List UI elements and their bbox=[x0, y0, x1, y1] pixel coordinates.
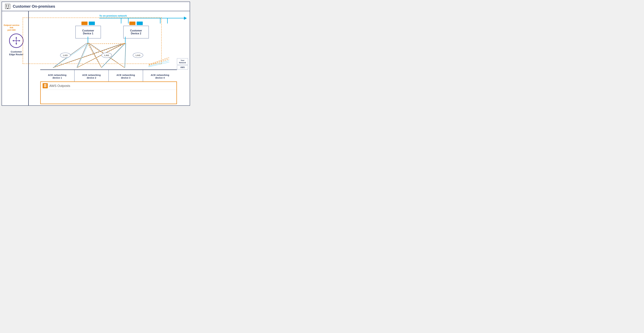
svg-line-17 bbox=[77, 43, 88, 68]
svg-marker-10 bbox=[12, 40, 14, 42]
page-title: Customer On-premises bbox=[13, 4, 55, 8]
svg-line-40 bbox=[149, 59, 169, 65]
svg-line-29 bbox=[125, 43, 126, 68]
router-label: Customer Edge Router bbox=[5, 50, 28, 56]
svg-rect-5 bbox=[7, 8, 8, 9]
onprem-line bbox=[99, 18, 186, 18]
building-icon bbox=[4, 3, 11, 10]
outposts-title: AWS Outposts bbox=[49, 84, 70, 88]
svg-rect-52 bbox=[44, 86, 46, 87]
svg-rect-50 bbox=[44, 84, 46, 85]
svg-point-43 bbox=[60, 53, 70, 58]
svg-line-18 bbox=[88, 43, 102, 68]
svg-line-21 bbox=[89, 43, 124, 68]
aws-label: AWS bbox=[177, 65, 188, 70]
onprem-arrowhead bbox=[184, 16, 187, 20]
onprem-arrow: To on-premises network bbox=[86, 14, 186, 21]
svg-line-23 bbox=[53, 43, 124, 68]
header-bar: Customer On-premises bbox=[2, 2, 190, 11]
svg-line-36 bbox=[78, 44, 88, 68]
svg-marker-9 bbox=[16, 43, 17, 45]
svg-rect-51 bbox=[44, 85, 46, 86]
svg-line-25 bbox=[77, 43, 125, 68]
device2-port-blue bbox=[137, 22, 143, 25]
svg-line-26 bbox=[102, 43, 125, 68]
svg-point-47 bbox=[133, 53, 143, 58]
device1-ports bbox=[82, 22, 95, 25]
service-link-label: Outpost service link port 443 bbox=[4, 24, 20, 31]
svg-point-45 bbox=[102, 53, 112, 58]
right-panel: To on-premises network Cus bbox=[31, 13, 190, 106]
svg-rect-2 bbox=[8, 5, 9, 6]
your-network-label: Your Network bbox=[177, 58, 188, 65]
svg-text:LAG: LAG bbox=[104, 54, 109, 56]
ace-device-2: ACE networking device 2 bbox=[74, 70, 109, 83]
customer-device-2: Customer Device 2 bbox=[123, 22, 149, 38]
device2-box: Customer Device 2 bbox=[123, 26, 149, 38]
svg-line-34 bbox=[77, 43, 125, 68]
svg-line-39 bbox=[149, 58, 169, 64]
outposts-section: AWS Outposts bbox=[40, 82, 177, 104]
svg-text:LAG: LAG bbox=[136, 54, 140, 56]
svg-line-37 bbox=[102, 44, 125, 68]
outposts-header: AWS Outposts bbox=[41, 82, 176, 90]
svg-line-15 bbox=[53, 43, 87, 68]
svg-line-20 bbox=[89, 43, 124, 68]
ace-device-1: ACE networking device 1 bbox=[40, 70, 74, 83]
svg-line-19 bbox=[88, 43, 102, 68]
svg-rect-3 bbox=[6, 6, 7, 7]
ace-device-3: ACE networking device 3 bbox=[109, 70, 143, 83]
device2-ports bbox=[129, 22, 143, 25]
main-content: Outpost service link port 443 Customer E… bbox=[2, 11, 190, 106]
ace-device-4: ACE networking device 4 bbox=[143, 70, 177, 83]
svg-text:LAG: LAG bbox=[63, 54, 68, 56]
device1-port-blue bbox=[89, 22, 95, 25]
svg-line-31 bbox=[88, 43, 102, 68]
svg-line-33 bbox=[53, 43, 124, 68]
outposts-icon bbox=[43, 83, 48, 88]
svg-line-38 bbox=[125, 44, 126, 68]
onprem-label: To on-premises network bbox=[99, 14, 127, 17]
svg-line-35 bbox=[53, 44, 88, 68]
device1-port-orange bbox=[82, 22, 88, 25]
svg-line-24 bbox=[77, 43, 125, 68]
right-labels: Your Network AWS bbox=[177, 58, 188, 70]
router-icon bbox=[9, 34, 24, 48]
svg-line-28 bbox=[125, 43, 126, 68]
svg-line-22 bbox=[53, 43, 124, 68]
svg-line-27 bbox=[102, 43, 125, 68]
svg-line-41 bbox=[149, 61, 169, 66]
svg-marker-8 bbox=[16, 37, 17, 38]
svg-line-42 bbox=[149, 62, 169, 67]
svg-marker-11 bbox=[19, 40, 20, 42]
svg-line-32 bbox=[88, 43, 124, 68]
customer-devices-row: Customer Device 1 Customer Device 2 bbox=[75, 22, 149, 38]
svg-rect-1 bbox=[6, 5, 7, 6]
svg-line-14 bbox=[53, 43, 87, 68]
left-sidebar: Outpost service link port 443 Customer E… bbox=[2, 13, 31, 106]
device1-box: Customer Device 1 bbox=[75, 26, 101, 38]
ace-devices-row: ACE networking device 1 ACE networking d… bbox=[40, 70, 177, 83]
svg-rect-4 bbox=[8, 6, 9, 7]
device2-port-orange bbox=[129, 22, 136, 25]
main-diagram: Customer On-premises Outpost service lin… bbox=[2, 2, 190, 106]
svg-line-16 bbox=[77, 43, 88, 68]
customer-device-1: Customer Device 1 bbox=[75, 22, 101, 38]
